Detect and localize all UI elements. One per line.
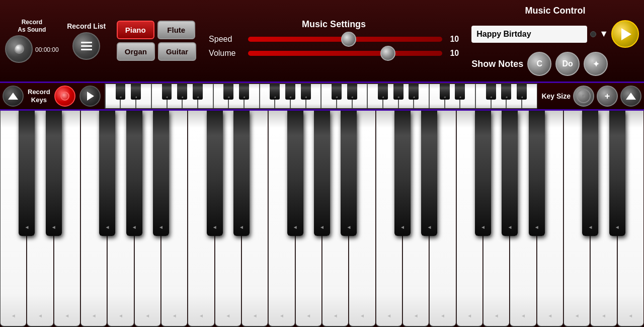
volume-slider-track [248, 51, 442, 56]
key-size-label: Key Size [541, 92, 571, 100]
mini-black-key[interactable]: ◄ [116, 84, 126, 100]
piano-keyboard: ◄◄◄◄◄◄◄◄◄◄◄◄◄◄◄◄◄◄◄◄◄◄◄◄◄◄◄◄◄◄◄◄◄◄◄◄◄◄◄◄… [0, 111, 644, 327]
song-select-row: ▼ [471, 20, 639, 48]
record-keys-section: RecordKeys [28, 88, 50, 104]
music-settings-title: Music Settings [302, 19, 366, 30]
key-size-area: Key Size + [541, 86, 641, 107]
mini-black-key[interactable]: ◄ [347, 84, 357, 100]
black-key[interactable]: ◄ [609, 111, 625, 236]
mini-black-key[interactable]: ◄ [378, 84, 388, 100]
speed-row: Speed 10 [209, 35, 459, 44]
instrument-organ[interactable]: Organ [117, 42, 155, 61]
mini-black-key[interactable]: ◄ [270, 84, 280, 100]
volume-value: 10 [446, 49, 459, 58]
mini-black-key[interactable]: ◄ [285, 84, 295, 100]
mini-black-key[interactable]: ◄ [393, 84, 404, 100]
list-icon [81, 42, 92, 50]
mini-black-key[interactable]: ◄ [193, 84, 203, 100]
keys-bar: RecordKeys ◄◄◄◄◄◄◄◄◄◄◄◄◄◄◄◄◄◄◄◄ Key Size… [0, 83, 644, 111]
mini-keyboard: ◄◄◄◄◄◄◄◄◄◄◄◄◄◄◄◄◄◄◄◄ [105, 84, 538, 109]
instrument-row-2: Organ Guitar [117, 42, 196, 61]
record-as-sound-label: Record As Sound [18, 19, 46, 33]
record-keys-button[interactable] [54, 86, 75, 107]
speed-slider-track [248, 37, 442, 42]
record-button-inner [14, 44, 24, 54]
speed-label: Speed [209, 35, 244, 44]
record-dot-icon [60, 92, 69, 101]
record-keys-label: RecordKeys [28, 88, 50, 104]
mini-black-key[interactable]: ◄ [409, 84, 419, 100]
top-bar: Record As Sound 00:00:00 Record List Pia… [0, 0, 644, 83]
speed-knob[interactable] [341, 32, 356, 47]
up-arrow-icon [8, 93, 18, 100]
piano-area: ◄◄◄◄◄◄◄◄◄◄◄◄◄◄◄◄◄◄◄◄◄◄◄◄◄◄◄◄◄◄◄◄◄◄◄◄◄◄◄◄… [0, 111, 644, 327]
black-key[interactable]: ◄ [421, 111, 437, 236]
volume-knob[interactable] [380, 46, 395, 61]
black-key[interactable]: ◄ [207, 111, 223, 236]
black-key[interactable]: ◄ [99, 111, 115, 236]
play-icon [87, 92, 94, 101]
black-key[interactable]: ◄ [126, 111, 142, 236]
note-do-button[interactable]: Do [555, 52, 580, 76]
song-dot-indicator [590, 31, 596, 37]
mini-black-key[interactable]: ◄ [517, 84, 527, 100]
black-key[interactable]: ◄ [153, 111, 169, 236]
key-size-knob[interactable] [573, 86, 594, 107]
record-as-sound-section: Record As Sound 00:00:00 [5, 19, 59, 63]
instrument-piano[interactable]: Piano [117, 21, 154, 39]
key-size-up-button[interactable] [620, 86, 641, 107]
record-list-button[interactable] [72, 32, 100, 60]
black-key[interactable]: ◄ [394, 111, 411, 236]
song-name-input[interactable] [471, 26, 587, 43]
up-arrow-icon-2 [626, 93, 636, 100]
play-triangle-icon [621, 28, 631, 40]
mini-black-key[interactable]: ◄ [177, 84, 187, 100]
instruments-section: Piano Flute Organ Guitar [117, 21, 196, 61]
show-notes-label: Show Notes [471, 59, 523, 69]
music-settings-section: Music Settings Speed 10 Volume 10 [201, 19, 466, 63]
record-as-sound-button[interactable] [5, 35, 33, 63]
black-key[interactable]: ◄ [529, 111, 545, 236]
song-dropdown-arrow[interactable]: ▼ [599, 29, 608, 39]
music-control-section: Music Control ▼ Show Notes C Do ✦ [471, 6, 639, 76]
mini-black-key[interactable]: ◄ [486, 84, 496, 100]
black-key[interactable]: ◄ [46, 111, 62, 236]
key-size-plus-button[interactable]: + [597, 86, 618, 107]
mini-black-key[interactable]: ◄ [501, 84, 511, 100]
scroll-up-button[interactable] [3, 86, 24, 107]
timer-display: 00:00:00 [35, 46, 59, 53]
mini-black-key[interactable]: ◄ [440, 84, 450, 100]
instrument-row: Piano Flute [117, 21, 196, 39]
black-key[interactable]: ◄ [475, 111, 491, 236]
instrument-flute[interactable]: Flute [157, 21, 195, 39]
show-notes-row: Show Notes C Do ✦ [471, 52, 639, 76]
mini-black-key[interactable]: ◄ [301, 84, 311, 100]
mini-black-key[interactable]: ◄ [332, 84, 342, 100]
black-key[interactable]: ◄ [19, 111, 35, 236]
black-key[interactable]: ◄ [314, 111, 330, 236]
mini-black-key[interactable]: ◄ [223, 84, 233, 100]
music-control-title: Music Control [471, 6, 639, 16]
record-list-section: Record List [64, 22, 109, 60]
play-song-button[interactable] [611, 20, 639, 48]
mini-black-key[interactable]: ◄ [239, 84, 249, 100]
volume-label: Volume [209, 49, 244, 58]
play-keys-button[interactable] [79, 86, 101, 107]
black-key[interactable]: ◄ [502, 111, 518, 236]
note-extra-button[interactable]: ✦ [584, 52, 608, 76]
record-list-label: Record List [67, 22, 106, 30]
svg-point-1 [582, 95, 585, 98]
black-key[interactable]: ◄ [582, 111, 598, 236]
note-c-button[interactable]: C [527, 52, 551, 76]
mini-black-key[interactable]: ◄ [131, 84, 141, 100]
black-key[interactable]: ◄ [233, 111, 250, 236]
speed-value: 10 [446, 35, 459, 44]
instrument-guitar[interactable]: Guitar [158, 42, 196, 61]
black-key[interactable]: ◄ [341, 111, 357, 236]
black-key[interactable]: ◄ [287, 111, 303, 236]
mini-black-key[interactable]: ◄ [455, 84, 465, 100]
volume-row: Volume 10 [209, 49, 459, 58]
mini-black-key[interactable]: ◄ [162, 84, 172, 100]
